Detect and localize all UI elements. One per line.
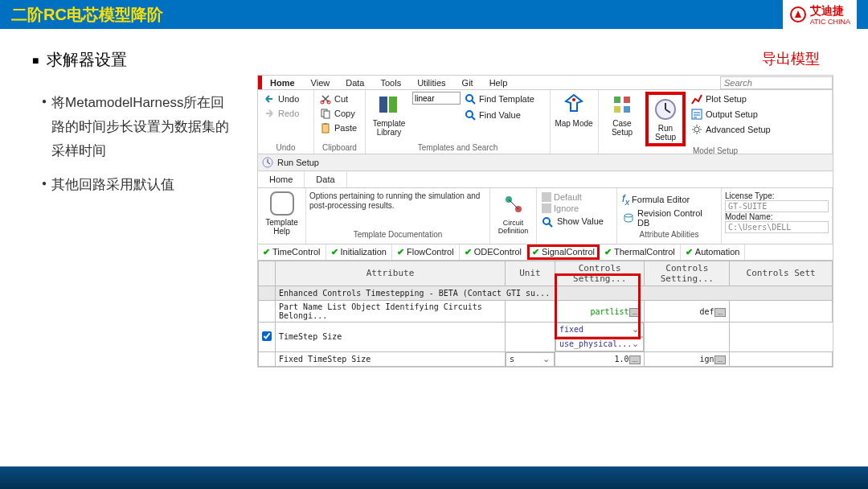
ctab-timecontrol[interactable]: ✔TimeControl (258, 244, 326, 260)
license-type-value: GT-SUITE (725, 200, 829, 212)
redo-button[interactable]: Redo (261, 106, 310, 121)
attribute-grid: Attribute Unit Controls Setting... Contr… (258, 261, 833, 368)
cell-ign[interactable]: ign (700, 355, 714, 364)
search-box[interactable] (720, 76, 833, 89)
formula-editor-button[interactable]: fxFormula Editor (620, 191, 718, 208)
svg-rect-6 (324, 123, 327, 125)
cut-button[interactable]: Cut (317, 92, 362, 106)
svg-rect-12 (614, 97, 620, 103)
ellipsis-button[interactable]: ... (714, 308, 727, 317)
undo-button[interactable]: Undo (261, 92, 310, 106)
show-value-button[interactable]: Show Value (540, 214, 613, 228)
find-template-button[interactable]: Find Template (462, 92, 536, 106)
options-description: Options pertaining to running the simula… (309, 191, 486, 211)
clock-icon (261, 156, 274, 169)
group-templates-label: Templates and Search (369, 143, 547, 152)
group-clipboard-label: Clipboard (317, 143, 362, 152)
attribute-abilities-label: Attribute Abilities (620, 228, 718, 240)
cell-usephysical[interactable]: use_physical... (559, 339, 632, 348)
template-help-icon[interactable] (270, 191, 294, 216)
row-partname-label: Part Name List Object Identifying Circui… (276, 300, 506, 322)
col-cs2[interactable]: Controls Setting... (645, 261, 730, 286)
subtab-home[interactable]: Home (258, 171, 305, 187)
cell-unit-s[interactable]: s (510, 355, 514, 364)
ellipsis-button[interactable]: ... (629, 355, 641, 364)
chevron-down-icon[interactable]: ⌄ (632, 324, 640, 335)
col-attribute[interactable]: Attribute (276, 261, 506, 286)
row-checkbox[interactable] (262, 331, 272, 341)
run-setup-header: Run Setup (258, 154, 833, 171)
circuit-definition-icon[interactable] (501, 191, 526, 217)
ignore-button[interactable]: Ignore (540, 203, 613, 214)
default-button[interactable]: Default (540, 191, 613, 203)
model-name-value: C:\Users\DELL (725, 221, 829, 233)
tab-help[interactable]: Help (481, 76, 516, 89)
cell-1-0[interactable]: 1.0 (615, 355, 629, 364)
tab-tools[interactable]: Tools (372, 76, 409, 89)
svg-point-10 (466, 111, 473, 117)
advanced-setup-button[interactable]: Advanced Setup (689, 122, 772, 137)
check-icon: ✔ (532, 247, 539, 257)
group-undo-label: Undo (261, 143, 310, 152)
model-name-label: Model Name: (725, 212, 772, 221)
check-icon: ✔ (604, 247, 612, 257)
cell-partlist[interactable]: partlist (590, 307, 628, 316)
chevron-down-icon[interactable]: ⌄ (542, 354, 551, 364)
svg-rect-13 (624, 97, 630, 103)
section-label: Enhanced Controls Timestepping - BETA (C… (276, 286, 833, 300)
chevron-down-icon[interactable]: ⌄ (632, 339, 640, 349)
template-library-button[interactable]: Template Library (369, 92, 409, 137)
output-setup-button[interactable]: Output Setup (689, 107, 772, 121)
ctab-odecontrol[interactable]: ✔ODEControl (460, 244, 527, 260)
check-icon: ✔ (263, 247, 270, 257)
case-setup-button[interactable]: Case Setup (602, 92, 642, 137)
app-window: Home View Data Tools Utilities Git Help … (257, 75, 833, 368)
tab-view[interactable]: View (303, 76, 338, 89)
svg-point-22 (543, 218, 550, 224)
svg-rect-5 (322, 124, 329, 133)
check-icon: ✔ (465, 247, 472, 257)
export-label: 导出模型 (257, 49, 868, 68)
col-cs1[interactable]: Controls Setting... (555, 261, 645, 286)
ctab-signalcontrol[interactable]: ✔SignalControl (527, 244, 600, 260)
bullet-item: 将MetamodelHarness所在回路的时间步长设置为数据集的采样时间 (42, 91, 233, 163)
license-type-label: License Type: (725, 191, 775, 200)
check-icon: ✔ (331, 247, 338, 257)
ellipsis-button[interactable]: ... (714, 355, 727, 364)
find-value-button[interactable]: Find Value (462, 108, 522, 122)
svg-rect-14 (614, 106, 620, 113)
slide-title: 二阶RC电芯模型降阶 (11, 4, 163, 26)
map-mode-button[interactable]: Map Mode (554, 92, 594, 128)
ctab-flowcontrol[interactable]: ✔FlowControl (392, 244, 460, 260)
search-linear-input[interactable] (412, 92, 461, 105)
copy-button[interactable]: Copy (317, 106, 362, 121)
ellipsis-button[interactable]: ... (629, 308, 641, 317)
run-setup-button[interactable]: Run Setup (645, 92, 686, 146)
plot-setup-button[interactable]: Plot Setup (689, 92, 772, 106)
bullet-item: 其他回路采用默认值 (42, 173, 233, 197)
ribbon-tabs: Home View Data Tools Utilities Git Help (258, 76, 833, 90)
cell-fixed[interactable]: fixed (559, 325, 583, 334)
tab-home[interactable]: Home (262, 76, 303, 89)
company-logo: 艾迪捷ATIC CHINA (783, 0, 857, 29)
subtab-data[interactable]: Data (305, 171, 346, 187)
cell-def[interactable]: def (700, 307, 714, 316)
check-icon: ✔ (397, 247, 404, 257)
ctab-thermalcontrol[interactable]: ✔ThermalControl (600, 244, 681, 260)
ctab-automation[interactable]: ✔Automation (681, 244, 746, 260)
svg-rect-8 (389, 97, 397, 113)
svg-rect-4 (324, 111, 330, 118)
col-unit[interactable]: Unit (506, 261, 555, 286)
notes-pane: 求解器设置 将MetamodelHarness所在回路的时间步长设置为数据集的采… (32, 49, 233, 368)
tab-utilities[interactable]: Utilities (409, 76, 453, 89)
section-heading: 求解器设置 (32, 49, 233, 71)
check-icon: ✔ (686, 247, 693, 257)
tab-git[interactable]: Git (454, 76, 481, 89)
svg-point-11 (572, 98, 575, 101)
paste-button[interactable]: Paste (317, 121, 362, 135)
tab-data[interactable]: Data (338, 76, 372, 89)
ctab-initialization[interactable]: ✔Initialization (326, 244, 392, 260)
revision-control-button[interactable]: Revision Control DB (620, 208, 718, 228)
col-cs3[interactable]: Controls Sett (730, 261, 833, 286)
row-fixedts-label: Fixed TimeStep Size (276, 351, 506, 367)
